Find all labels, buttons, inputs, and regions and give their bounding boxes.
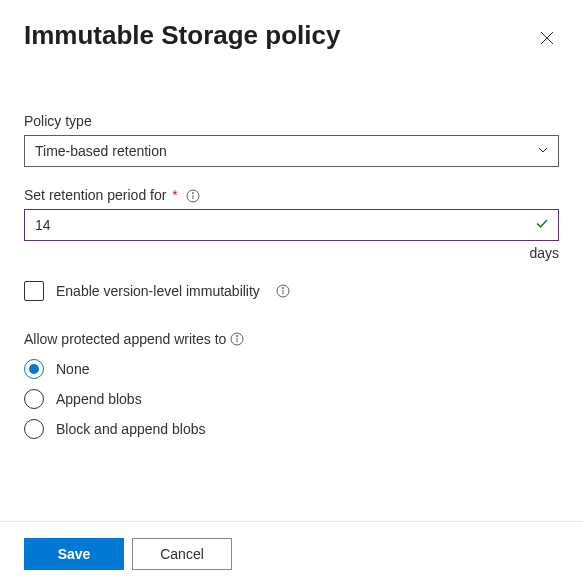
svg-point-3	[282, 288, 283, 289]
radio-append-input[interactable]	[24, 389, 44, 409]
policy-type-field: Policy type Time-based retention	[24, 113, 559, 167]
radio-block-append-label: Block and append blobs	[56, 421, 205, 437]
radio-none[interactable]: None	[24, 359, 559, 379]
radio-block-append-input[interactable]	[24, 419, 44, 439]
retention-field: Set retention period for * days	[24, 187, 559, 261]
footer: Save Cancel	[0, 521, 583, 586]
policy-type-select[interactable]: Time-based retention	[24, 135, 559, 167]
policy-type-select-wrapper: Time-based retention	[24, 135, 559, 167]
info-icon[interactable]	[186, 189, 200, 203]
append-writes-label: Allow protected append writes to	[24, 331, 559, 347]
policy-type-label: Policy type	[24, 113, 559, 129]
radio-append[interactable]: Append blobs	[24, 389, 559, 409]
retention-input-wrapper	[24, 209, 559, 241]
close-button[interactable]	[535, 26, 559, 53]
retention-unit: days	[24, 245, 559, 261]
retention-label: Set retention period for *	[24, 187, 559, 203]
panel-header: Immutable Storage policy	[24, 20, 559, 53]
panel-title: Immutable Storage policy	[24, 20, 340, 51]
svg-point-1	[192, 193, 193, 194]
retention-input[interactable]	[24, 209, 559, 241]
radio-block-append[interactable]: Block and append blobs	[24, 419, 559, 439]
info-icon[interactable]	[230, 332, 244, 346]
required-indicator: *	[168, 187, 177, 203]
svg-point-5	[237, 336, 238, 337]
version-immutability-label: Enable version-level immutability	[56, 283, 260, 299]
close-icon	[539, 34, 555, 49]
version-immutability-checkbox[interactable]	[24, 281, 44, 301]
save-button[interactable]: Save	[24, 538, 124, 570]
cancel-button[interactable]: Cancel	[132, 538, 232, 570]
version-immutability-row[interactable]: Enable version-level immutability	[24, 281, 559, 301]
info-icon[interactable]	[276, 284, 290, 298]
policy-type-value: Time-based retention	[35, 143, 167, 159]
radio-none-label: None	[56, 361, 89, 377]
radio-none-input[interactable]	[24, 359, 44, 379]
radio-append-label: Append blobs	[56, 391, 142, 407]
